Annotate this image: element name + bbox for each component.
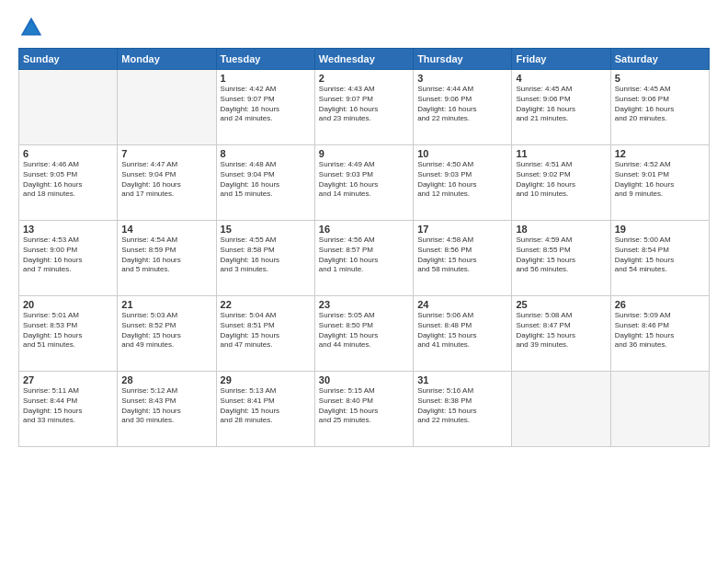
- day-number: 15: [221, 224, 311, 235]
- day-detail: Sunrise: 5:15 AM Sunset: 8:40 PM Dayligh…: [319, 386, 409, 426]
- day-detail: Sunrise: 5:06 AM Sunset: 8:48 PM Dayligh…: [417, 311, 507, 350]
- calendar-cell: 2Sunrise: 4:43 AM Sunset: 9:07 PM Daylig…: [314, 70, 413, 145]
- day-number: 29: [221, 374, 311, 385]
- logo-icon: [18, 15, 44, 40]
- day-detail: Sunrise: 4:45 AM Sunset: 9:06 PM Dayligh…: [516, 85, 606, 124]
- day-number: 26: [615, 299, 705, 310]
- calendar-cell: 15Sunrise: 4:55 AM Sunset: 8:58 PM Dayli…: [216, 221, 314, 296]
- day-detail: Sunrise: 5:11 AM Sunset: 8:44 PM Dayligh…: [23, 386, 113, 426]
- calendar-cell: [19, 70, 118, 145]
- week-row-3: 13Sunrise: 4:53 AM Sunset: 9:00 PM Dayli…: [19, 221, 710, 296]
- calendar-cell: 30Sunrise: 5:15 AM Sunset: 8:40 PM Dayli…: [314, 372, 413, 447]
- day-number: 18: [516, 224, 606, 235]
- calendar: SundayMondayTuesdayWednesdayThursdayFrid…: [18, 48, 710, 447]
- day-number: 27: [23, 374, 113, 385]
- day-detail: Sunrise: 5:16 AM Sunset: 8:38 PM Dayligh…: [417, 386, 507, 426]
- day-detail: Sunrise: 4:43 AM Sunset: 9:07 PM Dayligh…: [319, 85, 409, 124]
- day-detail: Sunrise: 4:45 AM Sunset: 9:06 PM Dayligh…: [615, 85, 705, 124]
- calendar-cell: 9Sunrise: 4:49 AM Sunset: 9:03 PM Daylig…: [314, 145, 413, 221]
- day-detail: Sunrise: 4:58 AM Sunset: 8:56 PM Dayligh…: [417, 236, 507, 275]
- day-detail: Sunrise: 5:05 AM Sunset: 8:50 PM Dayligh…: [319, 311, 409, 350]
- calendar-cell: 7Sunrise: 4:47 AM Sunset: 9:04 PM Daylig…: [118, 145, 216, 221]
- calendar-cell: 27Sunrise: 5:11 AM Sunset: 8:44 PM Dayli…: [19, 372, 118, 447]
- calendar-cell: 11Sunrise: 4:51 AM Sunset: 9:02 PM Dayli…: [512, 145, 610, 221]
- weekday-header-row: SundayMondayTuesdayWednesdayThursdayFrid…: [19, 49, 710, 70]
- page: SundayMondayTuesdayWednesdayThursdayFrid…: [0, 0, 728, 563]
- day-detail: Sunrise: 4:49 AM Sunset: 9:03 PM Dayligh…: [319, 160, 409, 200]
- day-number: 5: [615, 73, 705, 84]
- day-number: 2: [319, 73, 409, 84]
- calendar-cell: 19Sunrise: 5:00 AM Sunset: 8:54 PM Dayli…: [610, 221, 709, 296]
- calendar-cell: 8Sunrise: 4:48 AM Sunset: 9:04 PM Daylig…: [216, 145, 314, 221]
- day-number: 10: [417, 148, 507, 159]
- day-number: 20: [23, 299, 113, 310]
- day-detail: Sunrise: 5:12 AM Sunset: 8:43 PM Dayligh…: [121, 386, 211, 426]
- day-detail: Sunrise: 5:01 AM Sunset: 8:53 PM Dayligh…: [23, 311, 113, 350]
- week-row-1: 1Sunrise: 4:42 AM Sunset: 9:07 PM Daylig…: [19, 70, 710, 145]
- day-number: 24: [417, 299, 507, 310]
- calendar-cell: [118, 70, 216, 145]
- calendar-cell: 16Sunrise: 4:56 AM Sunset: 8:57 PM Dayli…: [314, 221, 413, 296]
- day-detail: Sunrise: 4:46 AM Sunset: 9:05 PM Dayligh…: [23, 160, 113, 200]
- day-number: 16: [319, 224, 409, 235]
- weekday-header-thursday: Thursday: [414, 49, 512, 70]
- calendar-cell: 24Sunrise: 5:06 AM Sunset: 8:48 PM Dayli…: [414, 296, 512, 372]
- day-number: 12: [615, 148, 705, 159]
- calendar-cell: 20Sunrise: 5:01 AM Sunset: 8:53 PM Dayli…: [19, 296, 118, 372]
- day-detail: Sunrise: 4:44 AM Sunset: 9:06 PM Dayligh…: [417, 85, 507, 124]
- day-detail: Sunrise: 4:52 AM Sunset: 9:01 PM Dayligh…: [615, 160, 705, 200]
- day-number: 19: [615, 224, 705, 235]
- calendar-cell: 13Sunrise: 4:53 AM Sunset: 9:00 PM Dayli…: [19, 221, 118, 296]
- calendar-cell: 23Sunrise: 5:05 AM Sunset: 8:50 PM Dayli…: [314, 296, 413, 372]
- calendar-cell: 18Sunrise: 4:59 AM Sunset: 8:55 PM Dayli…: [512, 221, 610, 296]
- day-number: 21: [121, 299, 211, 310]
- calendar-cell: 1Sunrise: 4:42 AM Sunset: 9:07 PM Daylig…: [216, 70, 314, 145]
- calendar-cell: 25Sunrise: 5:08 AM Sunset: 8:47 PM Dayli…: [512, 296, 610, 372]
- calendar-cell: 5Sunrise: 4:45 AM Sunset: 9:06 PM Daylig…: [610, 70, 709, 145]
- day-number: 11: [516, 148, 606, 159]
- weekday-header-monday: Monday: [118, 49, 216, 70]
- calendar-cell: 17Sunrise: 4:58 AM Sunset: 8:56 PM Dayli…: [414, 221, 512, 296]
- header: [18, 15, 710, 40]
- day-detail: Sunrise: 4:42 AM Sunset: 9:07 PM Dayligh…: [221, 85, 311, 124]
- day-detail: Sunrise: 4:51 AM Sunset: 9:02 PM Dayligh…: [516, 160, 606, 200]
- day-number: 3: [417, 73, 507, 84]
- calendar-cell: 31Sunrise: 5:16 AM Sunset: 8:38 PM Dayli…: [414, 372, 512, 447]
- day-number: 13: [23, 224, 113, 235]
- calendar-cell: 14Sunrise: 4:54 AM Sunset: 8:59 PM Dayli…: [118, 221, 216, 296]
- day-detail: Sunrise: 4:50 AM Sunset: 9:03 PM Dayligh…: [417, 160, 507, 200]
- calendar-cell: 22Sunrise: 5:04 AM Sunset: 8:51 PM Dayli…: [216, 296, 314, 372]
- day-number: 25: [516, 299, 606, 310]
- calendar-cell: 6Sunrise: 4:46 AM Sunset: 9:05 PM Daylig…: [19, 145, 118, 221]
- day-detail: Sunrise: 4:55 AM Sunset: 8:58 PM Dayligh…: [221, 236, 311, 275]
- day-number: 8: [221, 148, 311, 159]
- weekday-header-friday: Friday: [512, 49, 610, 70]
- day-detail: Sunrise: 5:09 AM Sunset: 8:46 PM Dayligh…: [615, 311, 705, 350]
- calendar-cell: [512, 372, 610, 447]
- day-detail: Sunrise: 5:03 AM Sunset: 8:52 PM Dayligh…: [121, 311, 211, 350]
- week-row-2: 6Sunrise: 4:46 AM Sunset: 9:05 PM Daylig…: [19, 145, 710, 221]
- day-number: 17: [417, 224, 507, 235]
- calendar-cell: 21Sunrise: 5:03 AM Sunset: 8:52 PM Dayli…: [118, 296, 216, 372]
- weekday-header-sunday: Sunday: [19, 49, 118, 70]
- calendar-cell: 4Sunrise: 4:45 AM Sunset: 9:06 PM Daylig…: [512, 70, 610, 145]
- day-number: 22: [221, 299, 311, 310]
- day-number: 31: [417, 374, 507, 385]
- day-detail: Sunrise: 4:48 AM Sunset: 9:04 PM Dayligh…: [221, 160, 311, 200]
- day-number: 30: [319, 374, 409, 385]
- weekday-header-wednesday: Wednesday: [314, 49, 413, 70]
- day-number: 6: [23, 148, 113, 159]
- day-number: 9: [319, 148, 409, 159]
- calendar-cell: 26Sunrise: 5:09 AM Sunset: 8:46 PM Dayli…: [610, 296, 709, 372]
- day-detail: Sunrise: 4:56 AM Sunset: 8:57 PM Dayligh…: [319, 236, 409, 275]
- day-detail: Sunrise: 5:00 AM Sunset: 8:54 PM Dayligh…: [615, 236, 705, 275]
- day-detail: Sunrise: 5:13 AM Sunset: 8:41 PM Dayligh…: [221, 386, 311, 426]
- day-detail: Sunrise: 5:04 AM Sunset: 8:51 PM Dayligh…: [221, 311, 311, 350]
- day-detail: Sunrise: 4:53 AM Sunset: 9:00 PM Dayligh…: [23, 236, 113, 275]
- day-detail: Sunrise: 5:08 AM Sunset: 8:47 PM Dayligh…: [516, 311, 606, 350]
- week-row-4: 20Sunrise: 5:01 AM Sunset: 8:53 PM Dayli…: [19, 296, 710, 372]
- day-number: 1: [221, 73, 311, 84]
- calendar-cell: 29Sunrise: 5:13 AM Sunset: 8:41 PM Dayli…: [216, 372, 314, 447]
- calendar-cell: 10Sunrise: 4:50 AM Sunset: 9:03 PM Dayli…: [414, 145, 512, 221]
- day-number: 4: [516, 73, 606, 84]
